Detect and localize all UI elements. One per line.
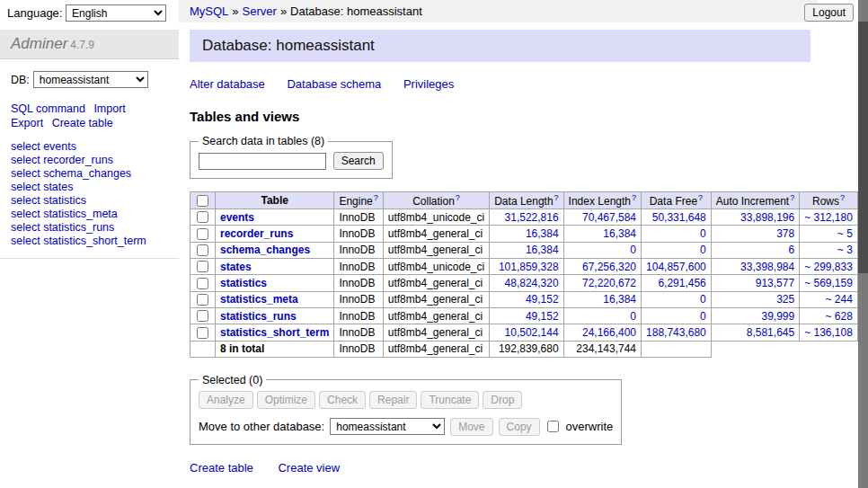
help-link[interactable]: ? [374, 193, 378, 202]
sql-command-link[interactable]: SQL command [11, 102, 85, 115]
index-length-link[interactable]: 72,220,672 [582, 277, 636, 289]
row-checkbox[interactable] [197, 327, 208, 339]
table-name-link[interactable]: schema_changes [220, 244, 310, 256]
repair-button[interactable]: Repair [369, 391, 417, 409]
help-link[interactable]: ? [456, 193, 460, 202]
index-length-link[interactable]: 0 [630, 310, 636, 323]
rows-link[interactable]: ~ 628 [826, 310, 853, 323]
row-checkbox[interactable] [197, 310, 208, 322]
breadcrumb-server-link[interactable]: Server [243, 4, 277, 18]
app-name[interactable]: Adminer [11, 35, 67, 52]
import-link[interactable]: Import [93, 102, 125, 115]
help-link[interactable]: ? [698, 193, 703, 202]
table-name-link[interactable]: recorder_runs [220, 227, 293, 240]
rows-link[interactable]: ~ 3 [837, 244, 853, 256]
index-length-link[interactable]: 67,256,320 [582, 261, 636, 273]
data-length-link[interactable]: 10,502,144 [505, 326, 559, 339]
data-free-link[interactable]: 0 [700, 310, 706, 323]
index-length-link[interactable]: 16,384 [603, 293, 636, 306]
move-button[interactable]: Move [450, 418, 492, 436]
auto-increment-link[interactable]: 33,898,196 [740, 211, 794, 224]
auto-increment-link[interactable]: 33,398,984 [740, 261, 794, 273]
index-length-link[interactable]: 16,384 [603, 227, 636, 240]
table-name-link[interactable]: statistics_runs [220, 310, 297, 323]
breadcrumb-mysql-link[interactable]: MySQL [190, 4, 228, 18]
auto-increment-link[interactable]: 325 [776, 293, 794, 306]
table-name-link[interactable]: statistics_meta [220, 293, 298, 306]
alter-database-link[interactable]: Alter database [190, 77, 265, 91]
data-length-link[interactable]: 16,384 [526, 244, 559, 256]
row-checkbox[interactable] [197, 261, 208, 272]
row-checkbox[interactable] [197, 244, 208, 256]
auto-increment-link[interactable]: 39,999 [761, 310, 794, 323]
scrollbar[interactable] [858, 0, 868, 488]
row-checkbox[interactable] [197, 278, 208, 289]
sidebar-table-link[interactable]: select statistics_runs [11, 221, 179, 235]
create-view-link[interactable]: Create view [278, 461, 340, 475]
data-free-link[interactable]: 50,331,648 [652, 211, 706, 224]
data-length-link[interactable]: 49,152 [526, 310, 559, 323]
rows-link[interactable]: ~ 5 [837, 227, 853, 240]
rows-link[interactable]: ~ 244 [826, 293, 853, 306]
db-select[interactable]: homeassistant [33, 71, 148, 88]
export-link[interactable]: Export [11, 117, 43, 129]
search-button[interactable]: Search [333, 152, 384, 170]
auto-increment-link[interactable]: 913,577 [756, 277, 794, 289]
database-schema-link[interactable]: Database schema [287, 77, 381, 91]
overwrite-checkbox[interactable] [547, 421, 559, 432]
analyze-button[interactable]: Analyze [199, 391, 253, 409]
drop-button[interactable]: Drop [483, 391, 522, 409]
row-checkbox[interactable] [197, 228, 208, 240]
data-free-link[interactable]: 188,743,680 [646, 326, 706, 339]
help-link[interactable]: ? [554, 193, 559, 202]
data-length-link[interactable]: 49,152 [526, 293, 559, 306]
create-table-bottom-link[interactable]: Create table [190, 461, 253, 475]
create-table-link[interactable]: Create table [52, 117, 113, 129]
index-length-link[interactable]: 24,166,400 [582, 326, 636, 339]
data-length-link[interactable]: 16,384 [526, 227, 559, 240]
optimize-button[interactable]: Optimize [257, 391, 315, 409]
sidebar-table-link[interactable]: select statistics [11, 194, 179, 208]
sidebar-table-link[interactable]: select schema_changes [11, 167, 179, 181]
scrollbar-thumb[interactable] [858, 22, 868, 273]
data-length-link[interactable]: 48,824,320 [505, 277, 559, 289]
help-link[interactable]: ? [790, 193, 794, 202]
row-checkbox[interactable] [197, 294, 208, 306]
table-name-link[interactable]: statistics_short_term [220, 326, 329, 339]
index-length-link[interactable]: 70,467,584 [582, 211, 636, 224]
data-length-link[interactable]: 101,859,328 [499, 261, 559, 273]
data-length-link[interactable]: 31,522,816 [505, 211, 559, 224]
move-db-select[interactable]: homeassistant [330, 418, 445, 435]
auto-increment-link[interactable]: 6 [788, 244, 794, 256]
rows-link[interactable]: ~ 312,180 [804, 211, 853, 224]
data-free-link[interactable]: 0 [700, 244, 706, 256]
sidebar-table-link[interactable]: select states [11, 181, 179, 194]
row-checkbox[interactable] [197, 211, 208, 223]
data-free-link[interactable]: 6,291,456 [658, 277, 705, 289]
sidebar-table-link[interactable]: select recorder_runs [11, 154, 179, 167]
rows-link[interactable]: ~ 569,159 [804, 277, 853, 289]
rows-link[interactable]: ~ 136,108 [804, 326, 853, 339]
truncate-button[interactable]: Truncate [421, 391, 479, 409]
privileges-link[interactable]: Privileges [403, 77, 454, 91]
copy-button[interactable]: Copy [499, 418, 540, 436]
auto-increment-link[interactable]: 8,581,645 [747, 326, 794, 339]
table-name-link[interactable]: statistics [220, 277, 267, 289]
auto-increment-link[interactable]: 378 [776, 227, 794, 240]
sidebar-table-link[interactable]: select statistics_short_term [11, 235, 179, 248]
rows-link[interactable]: ~ 299,833 [804, 261, 853, 273]
sidebar-table-link[interactable]: select statistics_meta [11, 208, 179, 221]
help-link[interactable]: ? [840, 193, 845, 202]
language-select[interactable]: English [66, 4, 166, 22]
check-button[interactable]: Check [319, 391, 366, 409]
data-free-link[interactable]: 0 [700, 293, 706, 306]
logout-button[interactable]: Logout [804, 4, 854, 22]
help-link[interactable]: ? [632, 193, 636, 202]
table-name-link[interactable]: states [220, 261, 252, 273]
search-input[interactable] [199, 153, 326, 170]
select-all-checkbox[interactable] [197, 195, 208, 207]
data-free-link[interactable]: 104,857,600 [646, 261, 706, 273]
data-free-link[interactable]: 0 [700, 227, 706, 240]
index-length-link[interactable]: 0 [630, 244, 636, 256]
sidebar-table-link[interactable]: select events [11, 140, 179, 154]
